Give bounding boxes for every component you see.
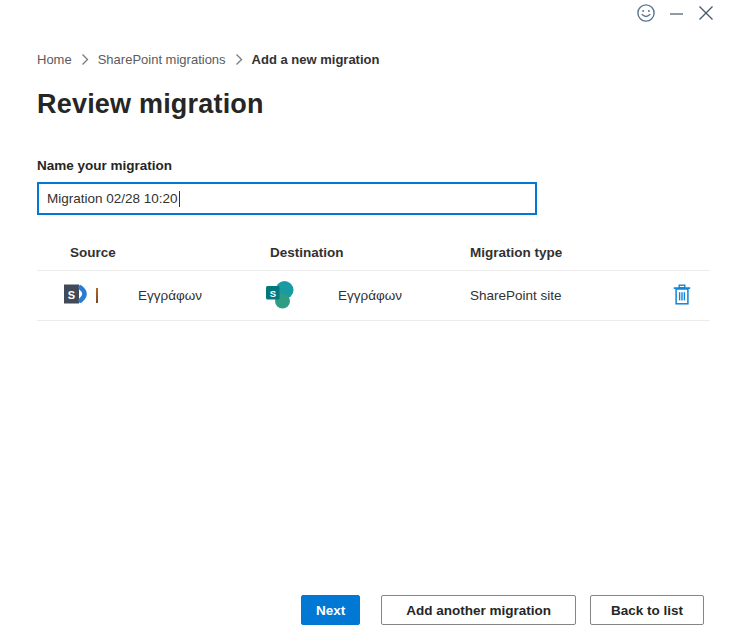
source-name: Εγγράφων — [138, 288, 202, 303]
close-icon — [698, 5, 714, 25]
migration-name-label: Name your migration — [37, 158, 703, 173]
minimize-button[interactable] — [661, 4, 691, 26]
page-title: Review migration — [37, 89, 703, 120]
minimize-icon — [669, 6, 684, 25]
breadcrumb-chevron-icon — [235, 53, 243, 66]
table-row: S Εγγράφων S Εγγράφων — [37, 271, 710, 321]
column-header-destination: Destination — [270, 245, 470, 260]
migration-name-input[interactable]: Migration 02/28 10:20 — [37, 182, 537, 215]
destination-name: Εγγράφων — [338, 288, 402, 303]
breadcrumb-home[interactable]: Home — [37, 52, 72, 67]
source-cell: S Εγγράφων — [37, 282, 270, 309]
svg-text:S: S — [270, 288, 276, 299]
text-cursor — [179, 191, 180, 207]
add-another-migration-button[interactable]: Add another migration — [381, 595, 576, 625]
sharepoint-server-icon: S — [63, 282, 91, 309]
breadcrumb-sharepoint-migrations[interactable]: SharePoint migrations — [98, 52, 226, 67]
svg-text:S: S — [68, 289, 75, 301]
breadcrumb-chevron-icon — [81, 53, 89, 66]
next-button[interactable]: Next — [301, 595, 360, 625]
delete-migration-button[interactable] — [673, 284, 691, 308]
breadcrumb: Home SharePoint migrations Add a new mig… — [37, 52, 703, 67]
sharepoint-online-icon: S — [265, 278, 295, 313]
source-clipped-text — [96, 288, 98, 303]
migrations-table: Source Destination Migration type S Εγγρ… — [37, 238, 710, 321]
column-header-migration-type: Migration type — [470, 245, 670, 260]
row-actions-cell — [670, 284, 710, 308]
migration-name-value: Migration 02/28 10:20 — [47, 191, 178, 206]
destination-cell: S Εγγράφων — [270, 278, 470, 313]
table-header-row: Source Destination Migration type — [37, 238, 710, 271]
close-button[interactable] — [691, 4, 721, 26]
column-header-source: Source — [37, 245, 270, 260]
smiley-face-icon — [636, 3, 656, 27]
feedback-button[interactable] — [631, 4, 661, 26]
back-to-list-button[interactable]: Back to list — [590, 595, 704, 625]
trash-icon — [673, 284, 691, 308]
breadcrumb-current-page: Add a new migration — [252, 52, 380, 67]
footer-actions: Next Add another migration Back to list — [301, 595, 704, 625]
titlebar — [0, 0, 733, 28]
migration-type-cell: SharePoint site — [470, 288, 670, 303]
